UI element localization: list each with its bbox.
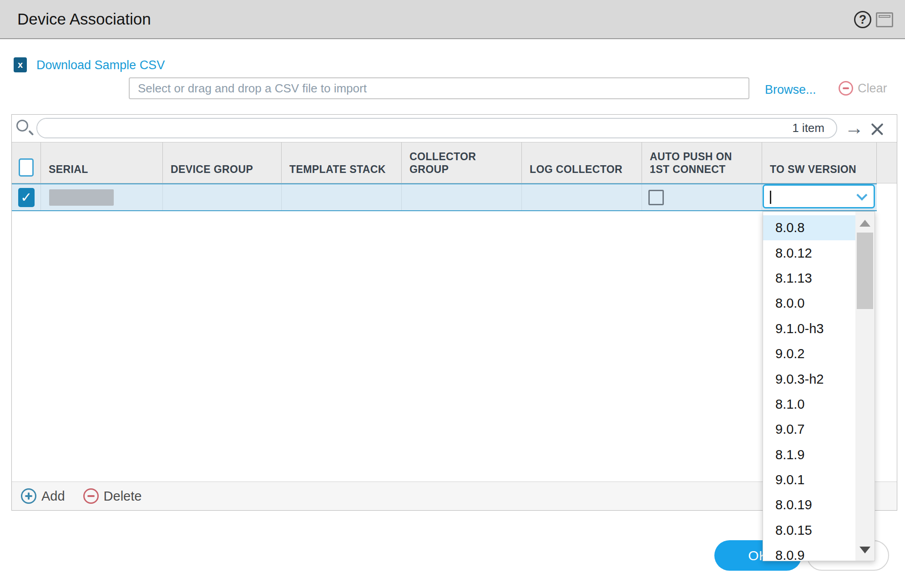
row-cell-select: ✓ [12, 184, 41, 210]
delete-label: Delete [104, 489, 142, 504]
header-cell-auto-push[interactable]: AUTO PUSH ON 1ST CONNECT [642, 142, 762, 183]
select-all-checkbox[interactable] [19, 158, 34, 177]
header-cell-select [12, 142, 41, 183]
dialog-titlebar: Device Association ? [0, 0, 905, 39]
dropdown-option[interactable]: 8.0.19 [763, 492, 855, 517]
dropdown-option[interactable]: 8.0.12 [763, 240, 855, 265]
dropdown-option[interactable]: 8.1.13 [763, 266, 855, 291]
header-cell-template-stack[interactable]: TEMPLATE STACK [282, 142, 402, 183]
search-input[interactable] [37, 119, 792, 137]
row-cell-device-group[interactable] [163, 184, 282, 210]
table-header-row: SERIAL DEVICE GROUP TEMPLATE STACK COLLE… [12, 142, 897, 183]
page-title: Device Association [17, 10, 151, 28]
csv-file-icon: x [14, 57, 27, 72]
apply-filter-arrow-icon[interactable]: → [843, 117, 865, 139]
dropdown-option[interactable]: 9.0.2 [763, 341, 855, 366]
window-icon[interactable] [876, 12, 893, 27]
help-icon[interactable]: ? [854, 11, 871, 28]
search-icon-handle [29, 130, 34, 136]
download-sample-csv-link[interactable]: Download Sample CSV [36, 58, 165, 72]
dropdown-option[interactable]: 8.0.8 [763, 215, 855, 240]
row-cell-auto-push [642, 184, 762, 210]
search-icon-lens [16, 120, 28, 132]
clear-minus-icon [839, 81, 853, 96]
item-count-badge: 1 item [792, 121, 836, 135]
row-cell-template-stack[interactable] [282, 184, 402, 210]
plus-circle-icon [21, 488, 36, 504]
chevron-down-icon[interactable] [856, 190, 867, 201]
window-icon-bar [879, 15, 890, 18]
auto-push-checkbox[interactable] [648, 190, 664, 205]
dropdown-option[interactable]: 8.0.9 [763, 543, 855, 561]
table-row[interactable]: ✓ [12, 183, 877, 211]
row-cell-log-collector[interactable] [522, 184, 642, 210]
dropdown-option[interactable]: 9.0.1 [763, 467, 855, 492]
add-button[interactable]: Add [21, 488, 65, 504]
search-icon[interactable] [16, 120, 34, 137]
dropdown-option[interactable]: 9.1.0-h3 [763, 316, 855, 341]
text-cursor [770, 191, 771, 204]
header-cell-device-group[interactable]: DEVICE GROUP [163, 142, 282, 183]
clear-filter-x-icon[interactable] [870, 121, 885, 136]
sw-version-dropdown: 8.0.8 8.0.12 8.1.13 8.0.0 9.1.0-h3 9.0.2… [763, 211, 875, 561]
csv-file-input[interactable] [129, 77, 749, 99]
scrollbar-thumb[interactable] [857, 233, 873, 309]
dropdown-option[interactable]: 8.0.0 [763, 291, 855, 316]
search-pill: 1 item [36, 118, 837, 138]
row-cell-collector-group[interactable] [402, 184, 522, 210]
table-search-row: 1 item → [12, 115, 897, 142]
clear-label: Clear [858, 81, 887, 96]
header-cell-collector-group[interactable]: COLLECTOR GROUP [402, 142, 522, 183]
row-cell-serial [41, 184, 163, 210]
scroll-up-icon[interactable] [859, 220, 870, 227]
minus-circle-icon [83, 488, 99, 504]
delete-button[interactable]: Delete [83, 488, 142, 504]
clear-button[interactable]: Clear [839, 81, 887, 96]
header-cell-gutter [877, 142, 897, 183]
dropdown-option[interactable]: 8.0.15 [763, 518, 855, 543]
header-cell-serial[interactable]: SERIAL [41, 142, 163, 183]
scroll-down-icon[interactable] [859, 547, 870, 553]
to-sw-version-combobox[interactable] [763, 184, 875, 208]
header-cell-log-collector[interactable]: LOG COLLECTOR [522, 142, 642, 183]
add-label: Add [41, 489, 65, 504]
dropdown-scrollbar[interactable] [855, 212, 875, 561]
dropdown-option[interactable]: 8.1.0 [763, 392, 855, 417]
header-cell-to-sw-version[interactable]: TO SW VERSION [762, 142, 877, 183]
dropdown-option[interactable]: 8.1.9 [763, 442, 855, 467]
dropdown-option[interactable]: 9.0.3-h2 [763, 366, 855, 391]
serial-redacted-value [49, 189, 114, 206]
dropdown-option[interactable]: 9.0.7 [763, 417, 855, 442]
row-checkbox-checked[interactable]: ✓ [18, 188, 35, 207]
browse-button[interactable]: Browse... [765, 83, 816, 97]
